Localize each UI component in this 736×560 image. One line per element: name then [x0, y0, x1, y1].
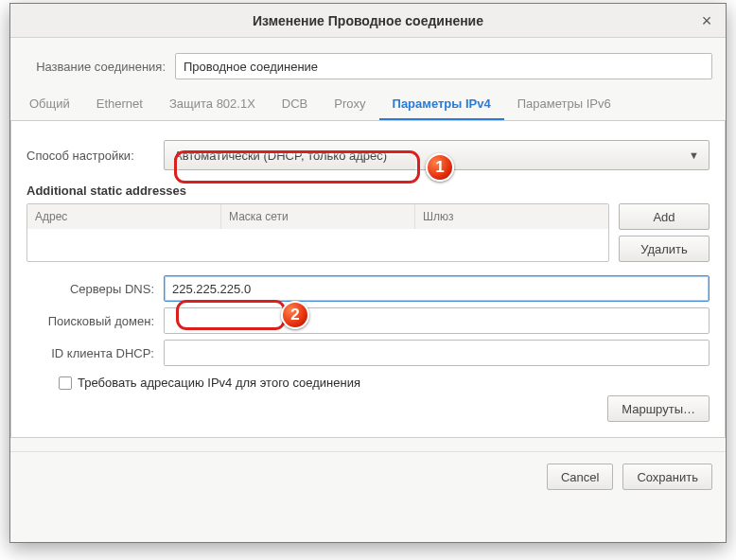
method-value: Автоматически (DHCP, только адрес) [174, 149, 387, 163]
tab-general[interactable]: Общий [16, 89, 83, 120]
ipv4-panel: Способ настройки: Автоматически (DHCP, т… [10, 121, 726, 438]
add-button[interactable]: Add [619, 203, 710, 230]
dhcp-client-id-input[interactable] [164, 340, 710, 366]
col-netmask: Маска сети [221, 204, 415, 229]
method-label: Способ настройки: [26, 149, 164, 163]
dialog-window: Изменение Проводное соединение × Названи… [9, 3, 727, 543]
tab-ipv4[interactable]: Параметры IPv4 [379, 89, 504, 120]
titlebar: Изменение Проводное соединение × [10, 4, 726, 38]
addresses-title: Additional static addresses [26, 184, 710, 198]
dns-label: Серверы DNS: [26, 282, 164, 296]
tab-ethernet[interactable]: Ethernet [83, 89, 156, 120]
dhcp-client-id-label: ID клиента DHCP: [26, 346, 164, 360]
table-row[interactable] [27, 229, 608, 254]
tab-ipv6[interactable]: Параметры IPv6 [504, 89, 624, 120]
routes-button[interactable]: Маршруты… [607, 395, 710, 422]
col-gateway: Шлюз [415, 204, 608, 229]
tab-8021x[interactable]: Защита 802.1X [156, 89, 269, 120]
search-domain-label: Поисковый домен: [26, 314, 164, 328]
dns-input[interactable] [164, 275, 710, 302]
search-domain-input[interactable] [164, 307, 710, 334]
col-address: Адрес [27, 204, 221, 229]
tab-proxy[interactable]: Proxy [321, 89, 378, 120]
connection-name-label: Название соединения: [24, 60, 175, 74]
addresses-table[interactable]: Адрес Маска сети Шлюз [26, 203, 609, 262]
tabs: Общий Ethernet Защита 802.1X DCB Proxy П… [10, 89, 726, 121]
close-icon[interactable]: × [697, 11, 716, 30]
require-ipv4-checkbox[interactable] [59, 376, 72, 390]
delete-button[interactable]: Удалить [619, 236, 710, 262]
require-ipv4-label: Требовать адресацию IPv4 для этого соеди… [78, 376, 360, 390]
tab-dcb[interactable]: DCB [269, 89, 321, 120]
cancel-button[interactable]: Cancel [547, 464, 613, 490]
chevron-down-icon: ▼ [689, 149, 699, 161]
save-button[interactable]: Сохранить [622, 464, 712, 490]
method-dropdown[interactable]: Автоматически (DHCP, только адрес) ▼ [164, 140, 710, 170]
window-title: Изменение Проводное соединение [253, 13, 483, 28]
connection-name-input[interactable] [175, 53, 712, 79]
